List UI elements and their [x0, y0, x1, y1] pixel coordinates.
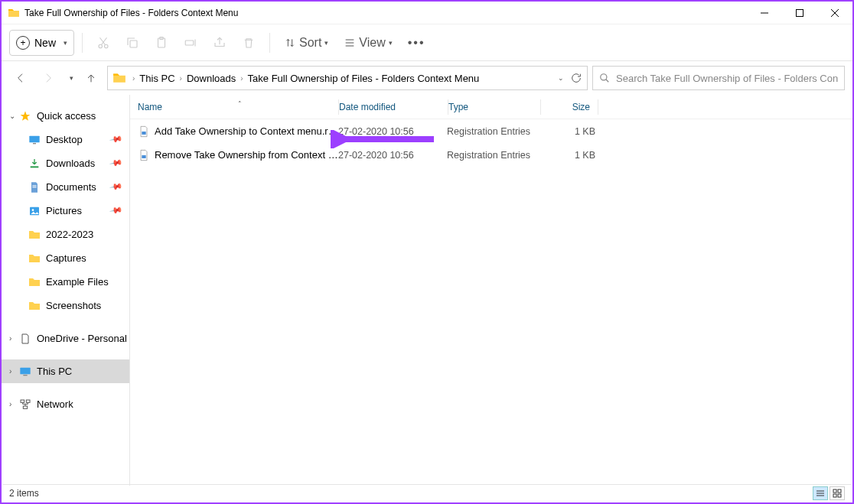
view-details-toggle[interactable] [813, 486, 828, 500]
sidebar-label: Documents [46, 181, 96, 193]
svg-rect-37 [838, 489, 841, 493]
chevron-down-icon: ▾ [324, 39, 328, 47]
breadcrumb-segment[interactable]: This PC [136, 73, 178, 84]
column-separator[interactable] [598, 99, 598, 115]
sidebar-label: Quick access [37, 110, 96, 122]
star-icon [18, 109, 32, 123]
more-button[interactable]: ••• [402, 30, 432, 56]
sidebar-item-downloads[interactable]: Downloads 📌 [2, 151, 129, 175]
sidebar-label: Captures [46, 252, 86, 264]
sidebar-label: OneDrive - Personal [37, 333, 127, 344]
network-icon [18, 398, 32, 411]
copy-button[interactable] [119, 30, 145, 56]
folder-icon [28, 275, 41, 289]
sidebar-item-folder[interactable]: 2022-2023 [2, 223, 129, 246]
file-size: 1 KB [539, 150, 595, 161]
svg-point-16 [601, 74, 607, 80]
file-size: 1 KB [539, 126, 595, 137]
view-label: View [359, 36, 385, 50]
sidebar-network[interactable]: › Network [2, 392, 129, 416]
file-type: Registration Entries [447, 126, 539, 137]
sidebar-label: This PC [37, 366, 72, 377]
svg-rect-30 [142, 132, 145, 135]
file-row[interactable]: Add Take Ownership to Context menu.reg 2… [130, 119, 852, 143]
reg-file-icon [138, 149, 150, 161]
address-row: ▾ › This PC › Downloads › Take Full Owne… [2, 61, 852, 95]
expand-icon[interactable]: › [9, 400, 17, 408]
chevron-down-icon: ▾ [389, 39, 393, 47]
title-bar: Take Full Ownership of Files - Folders C… [2, 2, 852, 24]
pictures-icon [28, 204, 41, 218]
svg-rect-27 [21, 400, 24, 402]
recent-dropdown[interactable]: ▾ [64, 67, 75, 89]
column-size[interactable]: Size [541, 102, 598, 112]
status-bar: 2 items [3, 484, 851, 501]
reg-file-icon [138, 125, 150, 138]
sidebar-label: 2022-2023 [46, 229, 93, 240]
window-controls [747, 2, 852, 24]
paste-button[interactable] [148, 30, 174, 56]
view-icon [344, 37, 356, 49]
navigation-pane: ⌄ Quick access Desktop 📌 Downloads 📌 Doc… [2, 95, 130, 486]
separator [269, 33, 270, 53]
forward-button[interactable] [37, 67, 60, 89]
sidebar-item-pictures[interactable]: Pictures 📌 [2, 199, 129, 223]
sidebar-item-folder[interactable]: Captures [2, 246, 129, 270]
refresh-button[interactable] [570, 72, 582, 84]
desktop-icon [28, 133, 41, 147]
expand-icon[interactable]: ⌄ [9, 112, 17, 120]
view-button[interactable]: View ▾ [337, 30, 398, 56]
delete-button[interactable] [236, 30, 262, 56]
sidebar-item-folder[interactable]: Example Files [2, 270, 129, 294]
file-name: Remove Take Ownership from Context M... [155, 149, 338, 161]
sidebar-onedrive[interactable]: › OneDrive - Personal [2, 327, 129, 350]
up-button[interactable] [80, 67, 103, 89]
address-bar[interactable]: › This PC › Downloads › Take Full Owners… [107, 66, 588, 90]
share-button[interactable] [207, 30, 233, 56]
close-button[interactable] [817, 2, 852, 24]
sidebar-item-documents[interactable]: Documents 📌 [2, 175, 129, 199]
breadcrumb-segment[interactable]: Take Full Ownership of Files - Folders C… [245, 73, 483, 84]
sidebar-label: Screenshots [46, 300, 101, 311]
cut-button[interactable] [90, 30, 116, 56]
minimize-button[interactable] [747, 2, 782, 24]
svg-rect-31 [142, 155, 145, 158]
svg-rect-26 [23, 375, 27, 376]
sidebar-item-folder[interactable]: Screenshots [2, 294, 129, 317]
sidebar-this-pc[interactable]: › This PC [2, 359, 129, 383]
expand-icon[interactable]: › [9, 367, 17, 376]
documents-icon [28, 180, 41, 194]
pin-icon: 📌 [109, 132, 124, 147]
rename-button[interactable] [178, 30, 204, 56]
svg-rect-19 [33, 143, 36, 144]
sidebar-label: Network [37, 398, 73, 410]
sidebar-item-desktop[interactable]: Desktop 📌 [2, 128, 129, 151]
downloads-icon [28, 157, 41, 171]
sort-button[interactable]: Sort ▾ [278, 30, 334, 56]
address-dropdown[interactable]: ⌄ [558, 74, 564, 82]
window-title: Take Full Ownership of Files - Folders C… [24, 8, 747, 18]
breadcrumb-segment[interactable]: Downloads [184, 73, 239, 84]
separator [82, 33, 83, 53]
svg-rect-39 [838, 494, 841, 497]
search-box[interactable] [592, 66, 845, 90]
file-date: 27-02-2020 10:56 [338, 150, 447, 161]
sidebar-quick-access[interactable]: ⌄ Quick access [2, 104, 129, 128]
column-date[interactable]: Date modified [339, 102, 448, 112]
maximize-button[interactable] [782, 2, 817, 24]
pin-icon: 📌 [109, 203, 124, 218]
expand-icon[interactable]: › [9, 334, 17, 343]
file-name: Add Take Ownership to Context menu.reg [155, 125, 338, 137]
file-date: 27-02-2020 10:56 [338, 126, 447, 137]
sort-ascending-icon: ˄ [238, 100, 242, 108]
view-large-toggle[interactable] [830, 486, 845, 500]
file-row[interactable]: Remove Take Ownership from Context M... … [130, 143, 852, 167]
column-type[interactable]: Type [448, 102, 540, 112]
new-button[interactable]: + New ▾ [9, 30, 74, 56]
back-button[interactable] [9, 67, 32, 89]
column-name[interactable]: Name ˄ [138, 102, 338, 112]
main-area: ⌄ Quick access Desktop 📌 Downloads 📌 Doc… [2, 95, 852, 486]
search-icon [599, 73, 610, 83]
plus-icon: + [16, 36, 30, 50]
search-input[interactable] [616, 73, 838, 84]
